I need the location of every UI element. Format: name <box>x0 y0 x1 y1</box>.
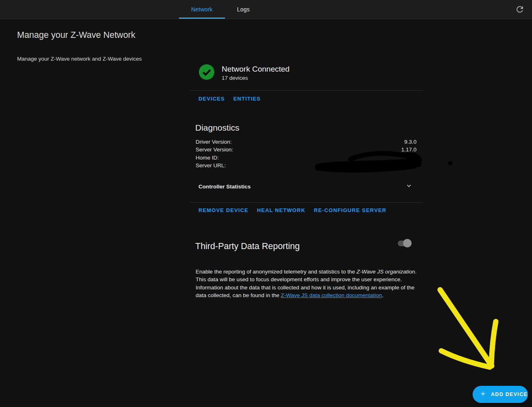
divider <box>190 202 423 203</box>
plus-icon <box>480 390 486 398</box>
controller-statistics-expander[interactable]: Controller Statistics <box>198 182 413 191</box>
redaction-dot <box>448 161 453 166</box>
diagnostic-value: 9.3.0 <box>404 138 416 146</box>
refresh-button[interactable] <box>515 4 525 15</box>
diagnostic-row-home-id: Home ID: <box>196 154 416 162</box>
check-circle-icon <box>199 64 214 81</box>
diagnostic-value: 1.17.0 <box>401 146 416 153</box>
diagnostic-label: Driver Version: <box>196 138 232 146</box>
diagnostic-label: Server Version: <box>196 146 233 153</box>
diagnostic-label: Home ID: <box>196 154 219 162</box>
refresh-icon <box>515 9 525 15</box>
devices-button[interactable]: DEVICES <box>195 94 228 103</box>
network-action-row: REMOVE DEVICE HEAL NETWORK RE-CONFIGURE … <box>195 206 390 214</box>
remove-device-button[interactable]: REMOVE DEVICE <box>195 206 252 214</box>
toggle-knob <box>403 239 412 247</box>
tab-logs[interactable]: Logs <box>225 0 262 19</box>
chevron-down-icon <box>405 182 413 191</box>
page-title: Manage your Z-Wave Network <box>17 30 135 40</box>
heal-network-button[interactable]: HEAL NETWORK <box>254 206 309 214</box>
tab-logs-label: Logs <box>237 6 250 13</box>
tab-network-label: Network <box>191 6 213 13</box>
topbar: Network Logs <box>0 0 532 19</box>
network-status-title: Network Connected <box>222 65 290 74</box>
divider <box>190 90 423 91</box>
diagnostics-table: Driver Version: 9.3.0 Server Version: 1.… <box>196 138 416 169</box>
network-status: Network Connected 17 devices <box>199 64 290 81</box>
diagnostic-row-server-version: Server Version: 1.17.0 <box>196 146 416 153</box>
status-action-row: DEVICES ENTITIES <box>195 94 264 103</box>
third-party-reporting-toggle[interactable] <box>398 239 412 248</box>
reporting-title: Third-Party Data Reporting <box>195 241 300 252</box>
description-text: . <box>382 292 384 298</box>
tab-network[interactable]: Network <box>179 0 225 19</box>
description-italic: Z-Wave JS organization <box>356 269 415 275</box>
diagnostic-label: Server URL: <box>196 162 226 169</box>
description-text: Enable the reporting of anonymized telem… <box>196 269 356 275</box>
reconfigure-server-button[interactable]: RE-CONFIGURE SERVER <box>311 206 390 214</box>
data-collection-doc-link[interactable]: Z-Wave JS data collection documentation <box>281 292 382 298</box>
controller-statistics-label: Controller Statistics <box>198 184 251 190</box>
diagnostics-title: Diagnostics <box>195 123 240 133</box>
diagnostic-row-server-url: Server URL: <box>196 162 416 169</box>
reporting-description: Enable the reporting of anonymized telem… <box>196 268 418 300</box>
add-device-label: ADD DEVICE <box>491 392 528 397</box>
network-device-count: 17 devices <box>222 75 290 81</box>
diagnostic-row-driver-version: Driver Version: 9.3.0 <box>196 138 416 146</box>
entities-button[interactable]: ENTITIES <box>230 94 264 103</box>
page-subtitle: Manage your Z-Wave network and Z-Wave de… <box>17 56 142 62</box>
tab-bar: Network Logs <box>179 0 262 19</box>
add-device-button[interactable]: ADD DEVICE <box>473 386 528 403</box>
